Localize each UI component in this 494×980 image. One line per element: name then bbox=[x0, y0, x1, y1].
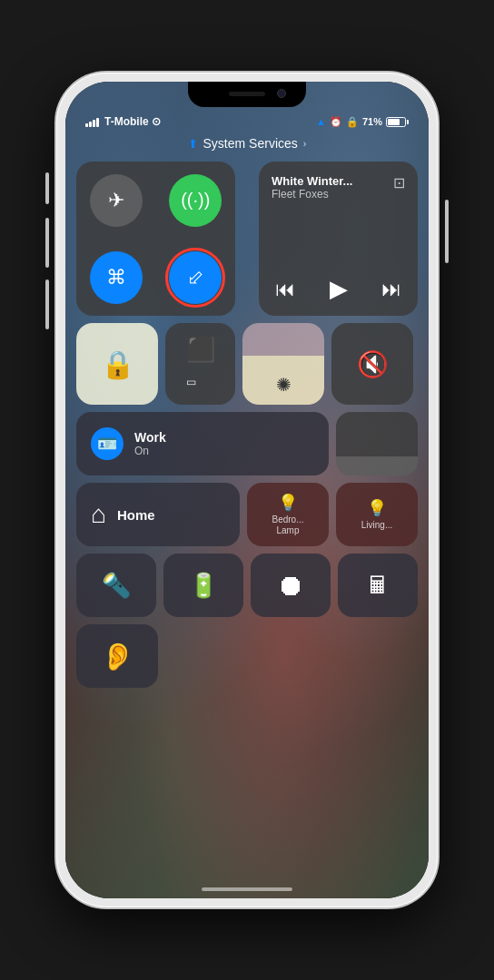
battery-icon bbox=[386, 117, 409, 127]
media-player[interactable]: White Winter... Fleet Foxes ⊡ ⏮ ▶ ⏭ bbox=[259, 162, 418, 316]
home-label: Home bbox=[117, 507, 155, 523]
status-left: T-Mobile ⊙ bbox=[85, 115, 161, 128]
wifi-icon: ⊙ bbox=[152, 115, 161, 128]
signal-bar-2 bbox=[89, 122, 92, 127]
system-services-chevron: › bbox=[303, 138, 307, 149]
signal-bar-3 bbox=[93, 120, 95, 127]
calculator-button[interactable]: 🖩 bbox=[338, 554, 418, 617]
signal-bar-1 bbox=[85, 123, 88, 127]
rewind-button[interactable]: ⏮ bbox=[275, 278, 295, 301]
media-controls: ⏮ ▶ ⏭ bbox=[272, 275, 405, 303]
brightness-icon: ✺ bbox=[276, 374, 291, 396]
living-room-button[interactable]: 💡 Living... bbox=[336, 483, 418, 546]
screen-mirror-button[interactable]: ⬛▭ bbox=[165, 323, 235, 405]
hotspot-icon: ((·)) bbox=[181, 190, 210, 211]
power-button[interactable] bbox=[445, 200, 449, 263]
volume-up-button[interactable] bbox=[45, 218, 49, 268]
airplay-icon[interactable]: ⊡ bbox=[393, 174, 405, 191]
bedroom-lamp-button[interactable]: 💡 Bedro... Lamp bbox=[247, 483, 329, 546]
hotspot-button[interactable]: ((·)) bbox=[156, 162, 236, 239]
media-song-title: White Winter... bbox=[272, 174, 393, 188]
wifi-symbol-icon: ⌘ bbox=[106, 266, 126, 289]
airplane-mode-icon-circle: ✈ bbox=[90, 174, 143, 227]
bedroom-lamp-icon: 💡 bbox=[278, 493, 298, 513]
mute-switch[interactable] bbox=[45, 172, 49, 204]
calculator-icon: 🖩 bbox=[366, 572, 390, 600]
home-indicator[interactable] bbox=[202, 887, 292, 891]
control-center: ✈ ((·)) ⌘ ⬃ bbox=[76, 162, 418, 871]
bluetooth-active-ring bbox=[165, 248, 225, 308]
system-services-label: System Services bbox=[203, 136, 298, 151]
connectivity-grid: ✈ ((·)) ⌘ ⬃ bbox=[76, 162, 235, 316]
media-artist-name: Fleet Foxes bbox=[272, 188, 393, 201]
status-bar: T-Mobile ⊙ ▲ ⏰ 🔒 71% bbox=[65, 107, 429, 136]
battery-status-icon: 🔋 bbox=[189, 572, 218, 600]
home-icon: ⌂ bbox=[91, 500, 106, 529]
mute-icon: 🔇 bbox=[357, 349, 389, 379]
hearing-button[interactable]: 👂 bbox=[76, 624, 158, 688]
home-button[interactable]: ⌂ Home bbox=[76, 483, 240, 546]
alarm-icon: ⏰ bbox=[330, 116, 342, 128]
bedroom-lamp-label: Bedro... Lamp bbox=[272, 514, 303, 536]
notch-camera bbox=[277, 89, 286, 98]
screen-record-button[interactable]: ⏺ bbox=[251, 554, 331, 617]
screen-mirror-icon: ⬛▭ bbox=[186, 336, 215, 392]
volume-fill bbox=[336, 456, 418, 475]
media-header: White Winter... Fleet Foxes ⊡ bbox=[272, 174, 405, 201]
airplane-icon: ✈ bbox=[108, 189, 124, 212]
focus-icon: 🪪 bbox=[91, 427, 124, 460]
record-icon: ⏺ bbox=[276, 569, 305, 603]
work-focus-button[interactable]: 🪪 Work On bbox=[76, 412, 329, 475]
focus-person-icon: 🪪 bbox=[97, 434, 117, 454]
location-icon: ▲ bbox=[316, 116, 326, 127]
bluetooth-button[interactable]: ⬃ bbox=[156, 239, 236, 316]
row4-controls: ⌂ Home 💡 Bedro... Lamp 💡 Living... bbox=[76, 483, 418, 546]
orientation-icon: 🔒 bbox=[346, 116, 359, 128]
notch-speaker bbox=[229, 92, 265, 96]
signal-bars bbox=[85, 116, 99, 127]
hearing-icon: 👂 bbox=[101, 641, 134, 672]
volume-down-button[interactable] bbox=[45, 279, 49, 329]
focus-subtitle: On bbox=[134, 445, 166, 457]
row2-controls: 🔒 ⬛▭ ✺ 🔇 bbox=[76, 323, 418, 405]
living-room-icon: 💡 bbox=[367, 498, 387, 518]
row3-controls: 🪪 Work On bbox=[76, 412, 418, 475]
system-services-bar[interactable]: ⬆ System Services › bbox=[65, 136, 429, 151]
location-services-icon: ⬆ bbox=[188, 137, 198, 151]
row6-hearing: 👂 bbox=[76, 624, 158, 688]
play-button[interactable]: ▶ bbox=[330, 275, 348, 303]
phone-frame: T-Mobile ⊙ ▲ ⏰ 🔒 71% ⬆ System Services › bbox=[56, 73, 438, 907]
row5-tools: 🔦 🔋 ⏺ 🖩 bbox=[76, 554, 418, 617]
brightness-slider[interactable]: ✺ bbox=[242, 323, 324, 405]
phone-screen: T-Mobile ⊙ ▲ ⏰ 🔒 71% ⬆ System Services › bbox=[65, 82, 429, 898]
signal-bar-4 bbox=[96, 118, 99, 127]
wifi-button[interactable]: ⌘ bbox=[76, 239, 156, 316]
volume-slider[interactable] bbox=[336, 412, 418, 475]
focus-title: Work bbox=[134, 430, 166, 445]
focus-text-area: Work On bbox=[134, 430, 166, 457]
media-title-area: White Winter... Fleet Foxes bbox=[272, 174, 393, 201]
carrier-label: T-Mobile bbox=[104, 115, 149, 128]
mute-button[interactable]: 🔇 bbox=[331, 323, 413, 405]
hotspot-icon-circle: ((·)) bbox=[169, 174, 222, 227]
wifi-icon-circle: ⌘ bbox=[90, 251, 143, 304]
rotation-lock-icon: 🔒 bbox=[101, 348, 134, 380]
fast-forward-button[interactable]: ⏭ bbox=[381, 278, 401, 301]
battery-percent: 71% bbox=[362, 116, 382, 127]
status-right: ▲ ⏰ 🔒 71% bbox=[316, 116, 409, 128]
flashlight-icon: 🔦 bbox=[102, 572, 131, 600]
screen-rotation-lock-button[interactable]: 🔒 bbox=[76, 323, 158, 405]
notch bbox=[188, 82, 306, 107]
battery-status-button[interactable]: 🔋 bbox=[163, 554, 243, 617]
airplane-mode-button[interactable]: ✈ bbox=[76, 162, 156, 239]
flashlight-button[interactable]: 🔦 bbox=[76, 554, 156, 617]
living-room-label: Living... bbox=[361, 520, 392, 531]
